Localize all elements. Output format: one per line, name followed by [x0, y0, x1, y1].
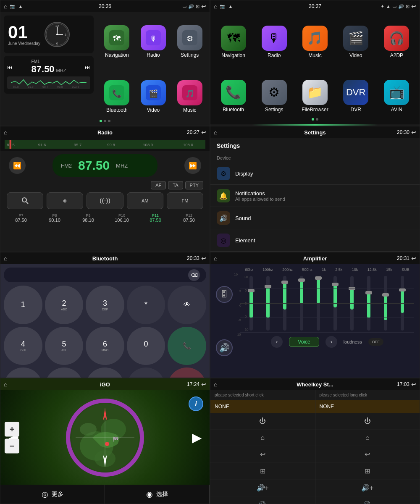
- home-icon-2[interactable]: [214, 3, 217, 10]
- eq-tune-btn[interactable]: 🎛: [216, 286, 233, 303]
- dial-4[interactable]: 4GHI: [4, 327, 42, 365]
- preset-p9[interactable]: P9 98.10: [72, 213, 105, 223]
- nav-zoom-in[interactable]: +: [5, 422, 19, 436]
- preset-p10[interactable]: P10 106.10: [105, 213, 138, 223]
- dial-star[interactable]: *: [127, 286, 165, 324]
- eq-vol-btn[interactable]: 🔊: [216, 339, 233, 356]
- app-radio[interactable]: 🎙 Radio: [137, 16, 170, 67]
- wk-home-short[interactable]: ⌂: [210, 430, 315, 446]
- app2-music[interactable]: 🎵 Music: [296, 26, 333, 58]
- back-icon-7[interactable]: [201, 381, 206, 388]
- eq-prev-preset[interactable]: ‹: [271, 336, 283, 348]
- app-bluetooth[interactable]: 📞 Bluetooth: [100, 71, 134, 122]
- nav-select-btn[interactable]: ◉ 选择: [105, 485, 210, 504]
- dial-eye[interactable]: 👁: [168, 286, 206, 324]
- nav-right-arrow[interactable]: ▶: [192, 430, 201, 444]
- back-icon-2[interactable]: [411, 3, 416, 10]
- preset-p8[interactable]: P8 90.10: [38, 213, 71, 223]
- ta-btn[interactable]: TA: [168, 181, 183, 189]
- wk-grid-short[interactable]: ⊞: [210, 463, 315, 480]
- wk-volup-short[interactable]: 🔊+: [210, 480, 315, 496]
- radio-next[interactable]: ⏭: [84, 64, 90, 71]
- back-icon-4[interactable]: [411, 129, 416, 136]
- wk-voldown-short[interactable]: 🔊-: [210, 496, 315, 504]
- app2-settings[interactable]: ⚙ Settings: [255, 80, 293, 113]
- home-icon-5[interactable]: [4, 255, 7, 262]
- app-settings[interactable]: ⚙ Settings: [173, 16, 206, 67]
- toggle-off-label: OFF: [370, 339, 382, 345]
- short-click-selected[interactable]: NONE: [210, 400, 315, 413]
- dial-0[interactable]: 0+: [127, 327, 165, 365]
- home-icon-3[interactable]: [4, 129, 7, 136]
- wk-voldown-long[interactable]: 🔊-: [315, 496, 420, 504]
- app2-navigation[interactable]: 🗺 Navigation: [215, 26, 252, 58]
- back-icon-5[interactable]: [201, 255, 206, 262]
- am-btn[interactable]: AM: [127, 192, 163, 209]
- settings-display[interactable]: ⚙ Display: [210, 163, 420, 185]
- long-click-selected[interactable]: NONE: [315, 400, 420, 413]
- dial-8[interactable]: 8TUV: [45, 368, 84, 378]
- search-btn[interactable]: [7, 192, 43, 209]
- dial-9[interactable]: 9WXYZ: [86, 368, 124, 378]
- home-icon-4[interactable]: [214, 129, 217, 136]
- preset-p7[interactable]: P7 87.50: [5, 213, 37, 223]
- back-icon-1[interactable]: [201, 3, 206, 10]
- af-btn[interactable]: AF: [151, 181, 166, 189]
- dial-call[interactable]: 📞: [168, 327, 206, 365]
- radio-prev-btn[interactable]: ⏪: [9, 157, 26, 174]
- settings-element[interactable]: ◎ Element: [210, 229, 420, 252]
- wk-back-short[interactable]: ↩: [210, 446, 315, 463]
- nav-zoom-out[interactable]: −: [5, 438, 19, 453]
- dial-end[interactable]: 📵: [168, 368, 206, 378]
- app2-radio[interactable]: 🎙 Radio: [255, 26, 293, 58]
- app2-a2dp[interactable]: 🎧 A2DP: [378, 26, 415, 58]
- fm-btn[interactable]: FM: [167, 192, 203, 209]
- home-icon-6[interactable]: [214, 255, 217, 262]
- dial-6[interactable]: 6MNO: [86, 327, 124, 365]
- radio-next-btn[interactable]: ⏩: [184, 157, 201, 174]
- preset-p11[interactable]: P11 87.50: [139, 213, 172, 223]
- app2-bluetooth[interactable]: 📞 Bluetooth: [215, 80, 252, 113]
- dial-1[interactable]: 1: [4, 286, 42, 324]
- back-icon-6[interactable]: [411, 255, 416, 262]
- app2-dvr[interactable]: DVR DVR: [337, 80, 375, 113]
- wk-home-long[interactable]: ⌂: [315, 430, 420, 446]
- auto-btn[interactable]: ((·)): [87, 192, 123, 209]
- back-icon-3[interactable]: [201, 129, 206, 136]
- radio-prev[interactable]: ⏮: [7, 64, 13, 71]
- nav-info-btn[interactable]: i: [189, 396, 203, 411]
- dial-3[interactable]: 3DEF: [86, 286, 124, 324]
- dial-2[interactable]: 2ABC: [45, 286, 84, 324]
- scan-btn[interactable]: ⊗: [47, 192, 83, 209]
- dial-5[interactable]: 5JKL: [45, 327, 84, 365]
- home-icon-8[interactable]: [214, 381, 217, 388]
- app-navigation[interactable]: 🗺 Navigation: [100, 16, 134, 67]
- expand-icon-2: ⊡: [406, 4, 410, 9]
- preset-p12[interactable]: P12 87.50: [173, 213, 205, 223]
- settings-sound[interactable]: 🔊 Sound: [210, 207, 420, 229]
- wk-grid-long[interactable]: ⊞: [315, 463, 420, 480]
- dial-7[interactable]: 7PQRS: [4, 368, 42, 378]
- wk-power-short[interactable]: ⏻: [210, 413, 315, 430]
- app-video[interactable]: 🎬 Video: [137, 71, 170, 122]
- home-icon-7[interactable]: [4, 381, 7, 388]
- app-music[interactable]: 🎵 Music: [173, 71, 206, 122]
- wk-power-long[interactable]: ⏻: [315, 413, 420, 430]
- wk-back-long[interactable]: ↩: [315, 446, 420, 463]
- loudness-toggle[interactable]: OFF: [368, 338, 383, 346]
- nav-more-btn[interactable]: ◎ 更多: [0, 485, 105, 504]
- pty-btn[interactable]: PTY: [185, 181, 203, 189]
- eq-next-preset[interactable]: ›: [326, 336, 337, 348]
- app2-filebrowser[interactable]: 📁 FileBrowser: [296, 80, 333, 113]
- dial-hash[interactable]: #: [127, 368, 165, 378]
- back-icon-8[interactable]: [411, 381, 416, 388]
- app2-avin[interactable]: 📺 AVIN: [378, 80, 415, 113]
- settings-notifications[interactable]: 🔔 Notifications All apps allowed to send: [210, 185, 420, 207]
- home-icon[interactable]: [4, 3, 7, 10]
- svg-rect-24: [5, 140, 205, 149]
- eq-voice-btn[interactable]: Voice: [289, 337, 319, 347]
- wk-volup-long[interactable]: 🔊+: [315, 480, 420, 496]
- svg-rect-50: [350, 289, 354, 310]
- dialpad-clear-btn[interactable]: ⌫: [188, 269, 200, 281]
- app2-video[interactable]: 🎬 Video: [337, 26, 375, 58]
